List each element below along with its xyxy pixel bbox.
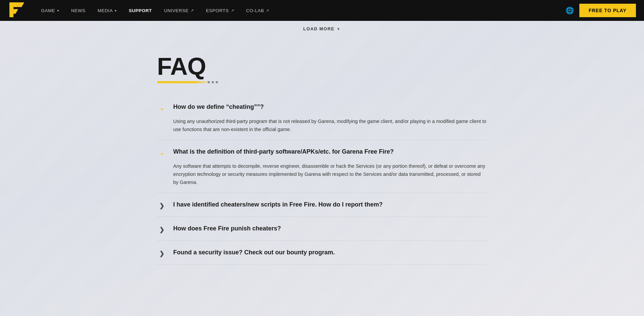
faq-item-2: ⌄ What is the definition of third-party …	[157, 141, 487, 193]
faq-item-5: ❯ Found a security issue? Check out our …	[157, 242, 487, 265]
nav-media[interactable]: MEDIA ▾	[92, 8, 123, 13]
external-link-icon: ↗	[191, 8, 194, 13]
faq-question-row-1[interactable]: ⌄ How do we define “cheating””?	[157, 103, 487, 113]
faq-question-text-1: How do we define “cheating””?	[173, 103, 487, 111]
logo[interactable]	[8, 2, 26, 19]
nav-colab[interactable]: CO-LAB ↗	[240, 8, 275, 13]
globe-icon[interactable]: 🌐	[566, 6, 574, 14]
chevron-down-icon: ▾	[57, 9, 59, 12]
nav-universe[interactable]: UNIVERSE ↗	[158, 8, 200, 13]
faq-answer-1: Using any unauthorized third-party progr…	[157, 113, 487, 134]
nav-links: GAME ▾ NEWS MEDIA ▾ SUPPORT UNIVERSE ↗ E…	[35, 8, 566, 13]
faq-question-row-5[interactable]: ❯ Found a security issue? Check out our …	[157, 248, 487, 258]
chevron-down-icon: ▾	[115, 9, 117, 12]
nav-news[interactable]: NEWS	[65, 8, 92, 13]
faq-title-underline	[157, 81, 211, 83]
chevron-down-icon: ▼	[337, 27, 341, 31]
faq-item-3: ❯ I have identified cheaters/new scripts…	[157, 194, 487, 217]
external-link-icon: ↗	[266, 8, 269, 13]
nav-support[interactable]: SUPPORT	[123, 8, 158, 13]
chevron-down-icon: ⌄	[157, 103, 167, 113]
external-link-icon: ↗	[231, 8, 234, 13]
navbar: GAME ▾ NEWS MEDIA ▾ SUPPORT UNIVERSE ↗ E…	[0, 0, 644, 21]
chevron-right-icon: ❯	[157, 225, 167, 234]
faq-answer-2: Any software that attempts to decompile,…	[157, 158, 487, 187]
faq-question-text-2: What is the definition of third-party so…	[173, 148, 487, 156]
faq-item-1: ⌄ How do we define “cheating””? Using an…	[157, 97, 487, 140]
nav-right: 🌐 FREE TO PLAY	[566, 4, 636, 17]
nav-game[interactable]: GAME ▾	[35, 8, 65, 13]
faq-question-row-4[interactable]: ❯ How does Free Fire punish cheaters?	[157, 224, 487, 234]
faq-question-text-4: How does Free Fire punish cheaters?	[173, 224, 487, 233]
page-content: LOAD MORE ▼ FAQ ⌄ How do we define “chea…	[0, 0, 644, 316]
faq-title: FAQ	[157, 54, 487, 78]
chevron-right-icon: ❯	[157, 201, 167, 211]
chevron-right-icon: ❯	[157, 249, 167, 258]
load-more-button[interactable]: LOAD MORE ▼	[303, 26, 341, 31]
chevron-down-icon: ⌄	[157, 148, 167, 158]
nav-esports[interactable]: ESPORTS ↗	[200, 8, 240, 13]
load-more-bar: LOAD MORE ▼	[0, 21, 644, 34]
faq-question-row-2[interactable]: ⌄ What is the definition of third-party …	[157, 148, 487, 158]
faq-section: FAQ ⌄ How do we define “cheating””? Usin…	[144, 54, 501, 265]
faq-question-text-3: I have identified cheaters/new scripts i…	[173, 200, 487, 209]
faq-item-4: ❯ How does Free Fire punish cheaters?	[157, 218, 487, 241]
faq-question-text-5: Found a security issue? Check out our bo…	[173, 248, 487, 257]
svg-marker-0	[9, 2, 20, 17]
faq-question-row-3[interactable]: ❯ I have identified cheaters/new scripts…	[157, 200, 487, 211]
free-to-play-button[interactable]: FREE TO PLAY	[579, 4, 636, 17]
